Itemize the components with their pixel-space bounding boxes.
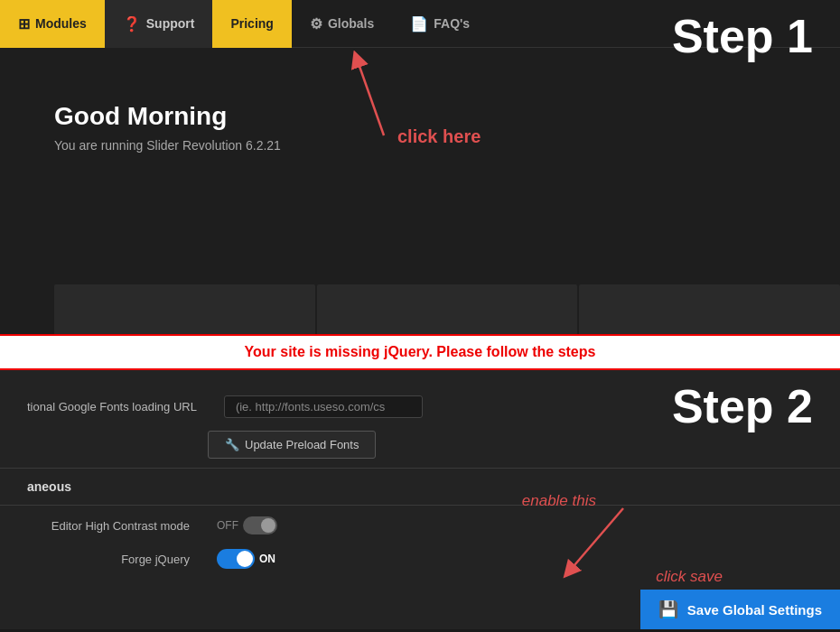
svg-line-0 [357,59,384,135]
forge-jquery-label: Forge jQuery [27,553,208,566]
toggle-track-on[interactable] [217,549,255,569]
slider-card-2 [317,284,578,334]
update-btn-label: Update Preload Fonts [245,438,359,451]
modules-icon: ⊞ [18,15,30,33]
nav-label-support: Support [146,16,195,31]
top-section: ⊞ Modules ❓ Support Pricing ⚙ Globals 📄 … [0,0,840,334]
alert-bar: Your site is missing jQuery. Please foll… [0,334,840,370]
forge-jquery-on-label: ON [259,553,275,565]
nav-item-modules[interactable]: ⊞ Modules [0,0,105,48]
high-contrast-label: Editor High Contrast mode [27,519,208,533]
svg-line-1 [569,508,623,572]
nav-item-support[interactable]: ❓ Support [105,0,213,48]
toggle-thumb-off [261,518,275,533]
google-fonts-label: tional Google Fonts loading URL [27,400,215,414]
nav-item-faqs[interactable]: 📄 FAQ's [392,0,488,48]
nav-label-globals: Globals [328,16,374,31]
alert-text: Your site is missing jQuery. Please foll… [245,344,596,360]
high-contrast-row: Editor High Contrast mode OFF [0,509,840,542]
click-here-annotation: click here [397,126,481,147]
nav-item-pricing[interactable]: Pricing [212,0,291,48]
save-btn-label: Save Global Settings [687,602,822,618]
nav-item-globals[interactable]: ⚙ Globals [292,0,392,48]
globals-icon: ⚙ [310,15,322,33]
slider-card-3 [579,284,840,334]
save-global-settings-button[interactable]: 💾 Save Global Settings [640,590,840,629]
nav-label-pricing: Pricing [230,16,273,31]
high-contrast-off-label: OFF [217,519,238,532]
update-preload-fonts-button[interactable]: 🔧 Update Preload Fonts [208,431,376,459]
divider-1 [0,468,840,469]
toggle-thumb-on [237,551,253,567]
section-heading: aneous [0,472,840,501]
save-icon: 💾 [658,599,678,619]
nav-label-modules: Modules [35,16,87,31]
nav-label-faqs: FAQ's [434,16,470,31]
toggle-track-off[interactable] [243,516,277,534]
step1-label: Step 1 [672,9,813,63]
cards-row [0,284,840,334]
wrench-icon: 🔧 [225,438,239,451]
arrow2-svg [551,504,659,585]
google-fonts-value[interactable]: (ie. http://fonts.useso.com/cs [224,395,423,418]
divider-2 [0,505,840,506]
step2-label: Step 2 [672,379,813,433]
forge-jquery-toggle[interactable]: ON [217,549,275,569]
bottom-section: Step 2 tional Google Fonts loading URL (… [0,370,840,629]
support-icon: ❓ [123,15,141,33]
faqs-icon: 📄 [410,15,428,33]
click-save-annotation: click save [656,568,723,586]
high-contrast-toggle[interactable]: OFF [217,516,277,534]
slider-card-1 [54,284,315,334]
